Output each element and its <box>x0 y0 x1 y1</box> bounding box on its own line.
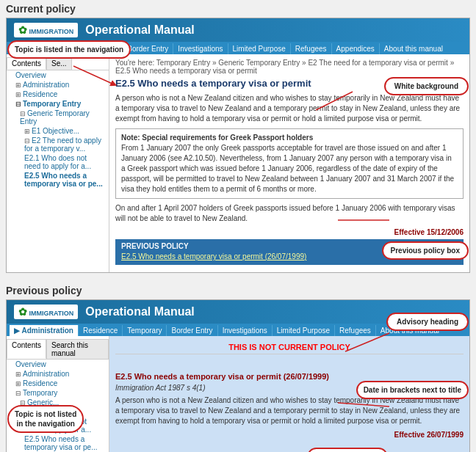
current-sidebar: Contents Se... Overview ⊞Administration … <box>7 54 109 272</box>
prev-nav-investigations[interactable]: Investigations <box>218 325 273 336</box>
prev-sidebar-contents-tab[interactable]: Contents <box>7 339 46 359</box>
prev-effective-date: Effective 26/07/1999 <box>115 431 464 439</box>
prev-nav-limited[interactable]: Limited Purpose <box>273 325 335 336</box>
body-text-2: On and after 1 April 2007 holders of Gre… <box>115 203 464 224</box>
annotation-topic-listed: Topic is listed in the navigation <box>7 40 131 59</box>
prev-logo: ✿ IMMIGRATION <box>14 305 78 319</box>
sidebar-e2[interactable]: ⊟E2 The need to apply for a temporary v.… <box>7 136 109 153</box>
sidebar-e1[interactable]: ⊞E1 Objective... <box>7 126 109 136</box>
prev-nav-temporary[interactable]: Temporary <box>123 325 167 336</box>
logo-text: IMMIGRATION <box>29 28 74 35</box>
sidebar-residence[interactable]: ⊞Residence <box>7 90 109 99</box>
note-box: Note: Special requirements for Greek Pas… <box>115 128 464 199</box>
prev-sidebar-search-tab[interactable]: Search this manual <box>46 339 109 359</box>
note-text: From 1 January 2007 the only Greek passp… <box>121 144 454 193</box>
nav-limited-purpose[interactable]: Limited Purpose <box>228 43 291 54</box>
not-current-banner: THIS IS NOT CURRENT POLICY <box>115 340 464 354</box>
prev-nav-border[interactable]: Border Entry <box>167 325 217 336</box>
sidebar-generic-temp[interactable]: ⊟Generic Temporary Entry <box>7 109 109 126</box>
annotation-blue-bg: Blue background <box>307 448 388 452</box>
prev-nav-administration[interactable]: ▶ Administration <box>10 325 79 336</box>
prev-nav-residence[interactable]: Residence <box>79 325 123 336</box>
sidebar-contents-tab[interactable]: Contents <box>7 57 46 70</box>
sidebar-e2-1[interactable]: E2.1 Who does not need to apply for a... <box>7 153 109 171</box>
nav-investigations[interactable]: Investigations <box>173 43 228 54</box>
annotation-white-bg: White background <box>384 77 469 95</box>
prev-sidebar-temporary[interactable]: ⊟Temporary <box>7 388 109 398</box>
sidebar-overview[interactable]: Overview <box>7 70 109 80</box>
sidebar-nav: Overview ⊞Administration ⊞Residence ⊟Tem… <box>7 70 109 188</box>
effective-date-current: Effective 15/12/2006 <box>115 228 464 236</box>
nav-about[interactable]: About this manual <box>380 43 447 54</box>
nav-refugees[interactable]: Refugees <box>291 43 332 54</box>
current-header: ✿ IMMIGRATION Operational Manual <box>7 18 469 42</box>
header-title: Operational Manual <box>85 23 194 37</box>
prev-sidebar-administration[interactable]: ⊞Administration <box>7 369 109 379</box>
prev-sidebar-e2-5[interactable]: E2.5 Who needs a temporary visa or pe... <box>7 434 109 452</box>
note-title: Note: Special requirements for Greek Pas… <box>121 134 313 142</box>
logo: ✿ IMMIGRATION <box>14 23 78 37</box>
prev-sidebar-tabs: Contents Search this manual <box>7 339 109 360</box>
prev-nav-refugees[interactable]: Refugees <box>335 325 376 336</box>
nav-appendices[interactable]: Appendices <box>332 43 380 54</box>
breadcrumb: You're here: Temporary Entry » Generic T… <box>115 59 464 75</box>
annotation-advisory: Advisory heading <box>386 313 469 331</box>
fern-icon: ✿ <box>18 24 27 36</box>
body-text-1: A person who is not a New Zealand citize… <box>115 93 464 124</box>
sidebar-administration[interactable]: ⊞Administration <box>7 80 109 90</box>
sidebar-e2-5[interactable]: E2.5 Who needs a temporary visa or pe... <box>7 171 109 188</box>
prev-page-title: E2.5 Who needs a temporary visa or permi… <box>115 372 464 381</box>
prev-fern-icon: ✿ <box>18 306 27 318</box>
current-policy-label: Current policy <box>0 0 476 18</box>
prev-header-title: Operational Manual <box>85 305 194 318</box>
annotation-prev-policy: Previous policy box <box>382 241 469 260</box>
sidebar-search-tab[interactable]: Se... <box>46 57 72 70</box>
prev-sidebar-overview[interactable]: Overview <box>7 360 109 369</box>
prev-logo-text: IMMIGRATION <box>29 310 74 317</box>
prev-body-text: A person who is not a New Zealand citize… <box>115 396 464 426</box>
sidebar-temporary-entry[interactable]: ⊟Temporary Entry <box>7 99 109 109</box>
annotation-date-brackets: Date in brackets next to title <box>356 381 469 399</box>
prev-sidebar-residence[interactable]: ⊞Residence <box>7 379 109 388</box>
prev-sidebar: Contents Search this manual Overview ⊞Ad… <box>7 336 109 452</box>
sidebar-tabs: Contents Se... <box>7 57 109 70</box>
previous-policy-label: Previous policy <box>0 282 476 299</box>
annotation-topic-not-listed: Topic is not listedin the navigation <box>7 405 84 433</box>
